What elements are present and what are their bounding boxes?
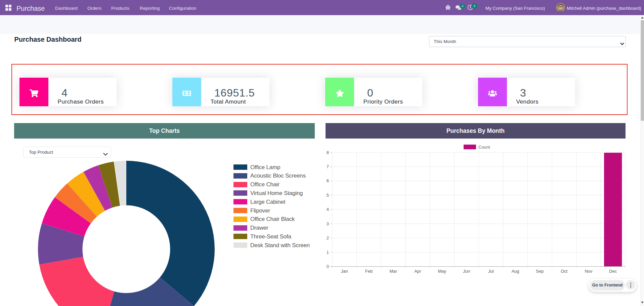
svg-text:Apr: Apr <box>414 269 421 274</box>
svg-text:Oct: Oct <box>561 269 568 274</box>
svg-text:Sep: Sep <box>536 269 544 274</box>
svg-text:Aug: Aug <box>511 269 519 274</box>
svg-text:Count: Count <box>478 145 490 150</box>
svg-text:May: May <box>438 269 446 274</box>
svg-text:Jun: Jun <box>463 269 470 274</box>
svg-text:1: 1 <box>186 92 187 95</box>
svg-text:5: 5 <box>327 193 329 198</box>
svg-text:6: 6 <box>327 178 329 183</box>
svg-text:1: 1 <box>327 250 329 255</box>
svg-text:7: 7 <box>327 164 329 169</box>
svg-text:8: 8 <box>327 150 329 155</box>
svg-text:Nov: Nov <box>585 269 593 274</box>
svg-text:Feb: Feb <box>365 269 373 274</box>
svg-text:Mar: Mar <box>389 269 397 274</box>
svg-text:Jul: Jul <box>488 269 494 274</box>
svg-text:3: 3 <box>327 221 329 226</box>
svg-text:2: 2 <box>327 235 329 240</box>
svg-text:4: 4 <box>327 207 329 212</box>
svg-text:0: 0 <box>327 264 329 269</box>
svg-text:Jan: Jan <box>341 269 348 274</box>
svg-text:Dec: Dec <box>609 269 617 274</box>
